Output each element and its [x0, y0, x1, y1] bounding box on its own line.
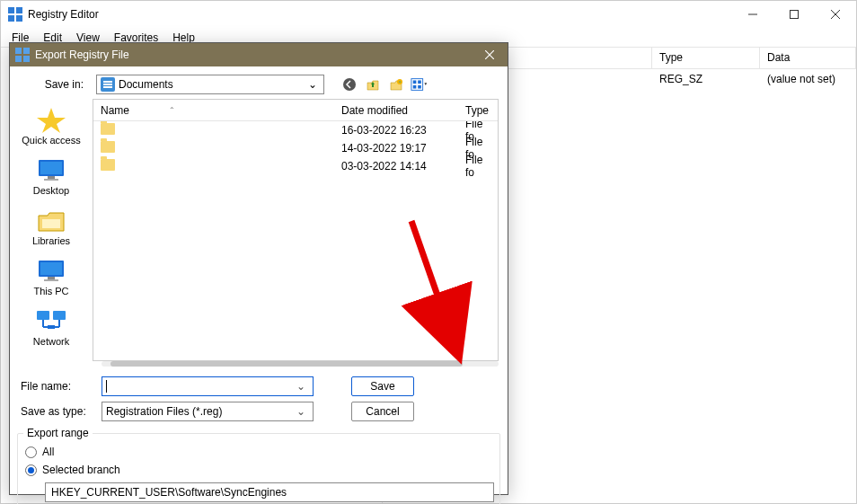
place-this-pc[interactable]: This PC — [15, 253, 87, 304]
svg-rect-19 — [418, 80, 421, 84]
minimize-button[interactable] — [732, 1, 773, 28]
cell-type: REG_SZ — [652, 69, 760, 89]
svg-rect-9 — [23, 48, 30, 54]
place-libraries[interactable]: Libraries — [15, 203, 87, 253]
list-item[interactable]: 14-03-2022 19:17 File fo — [93, 139, 498, 157]
places-bar: Quick access Desktop Libraries This PC N… — [10, 99, 93, 361]
libraries-icon — [35, 207, 67, 234]
svg-rect-8 — [15, 48, 22, 54]
place-quick-access[interactable]: Quick access — [15, 102, 87, 153]
maximize-button[interactable] — [773, 1, 815, 28]
cell-data: (value not set) — [760, 69, 856, 89]
svg-rect-31 — [44, 279, 58, 281]
svg-rect-11 — [23, 56, 30, 62]
svg-rect-10 — [15, 56, 22, 62]
list-item[interactable]: 16-03-2022 16:23 File fo — [93, 121, 498, 139]
this-pc-icon — [35, 257, 67, 284]
folder-icon — [101, 123, 115, 135]
save-in-value: Documents — [119, 78, 305, 91]
dialog-close-button[interactable] — [472, 43, 508, 66]
dialog-titlebar[interactable]: Export Registry File — [10, 43, 508, 66]
new-folder-icon[interactable]: ✦ — [387, 75, 405, 93]
svg-rect-5 — [791, 11, 799, 19]
filename-label: File name: — [19, 380, 102, 393]
back-icon[interactable] — [340, 75, 358, 93]
radio-icon — [25, 447, 37, 458]
view-menu-icon[interactable] — [411, 75, 428, 93]
radio-selected-branch[interactable]: Selected branch — [25, 461, 492, 479]
desktop-icon — [35, 156, 67, 183]
export-dialog: Export Registry File Save in: Documents … — [9, 42, 508, 495]
col-date-header[interactable]: Date modified — [334, 100, 458, 120]
radio-all[interactable]: All — [25, 443, 492, 461]
place-network[interactable]: Network — [15, 304, 87, 354]
col-name-header[interactable]: Name⌃ — [93, 100, 334, 120]
svg-rect-30 — [48, 277, 55, 279]
svg-rect-0 — [8, 7, 14, 13]
svg-rect-32 — [37, 311, 49, 320]
branch-path-input[interactable] — [45, 482, 494, 502]
network-icon — [35, 307, 67, 334]
save-in-label: Save in: — [19, 78, 91, 91]
cancel-button[interactable]: Cancel — [351, 402, 414, 421]
chevron-down-icon: ⌄ — [293, 405, 309, 418]
saveas-label: Save as type: — [19, 405, 102, 418]
svg-rect-1 — [16, 7, 22, 13]
svg-rect-21 — [418, 85, 421, 89]
filename-input[interactable]: ⌄ — [102, 376, 314, 396]
svg-rect-18 — [413, 80, 417, 84]
export-range-group: Export range All Selected branch — [17, 433, 500, 504]
save-in-combo[interactable]: Documents ⌄ — [96, 75, 324, 94]
svg-rect-29 — [40, 262, 62, 275]
svg-marker-22 — [37, 108, 66, 133]
chevron-down-icon[interactable]: ⌄ — [293, 380, 309, 393]
list-item[interactable]: 03-03-2022 14:14 File fo — [93, 157, 498, 175]
regedit-icon — [15, 48, 30, 62]
export-range-legend: Export range — [23, 427, 93, 439]
save-button[interactable]: Save — [351, 376, 414, 396]
place-desktop[interactable]: Desktop — [15, 153, 87, 203]
folder-icon — [101, 159, 115, 171]
star-icon — [35, 106, 67, 133]
svg-rect-24 — [40, 162, 62, 174]
app-title: Registry Editor — [28, 8, 732, 21]
main-titlebar[interactable]: Registry Editor — [1, 1, 856, 28]
chevron-down-icon: ⌄ — [305, 78, 320, 91]
saveas-type-combo[interactable]: Registration Files (*.reg) ⌄ — [102, 402, 314, 421]
col-type-header[interactable]: Type — [458, 100, 498, 120]
dialog-title: Export Registry File — [35, 49, 472, 61]
svg-point-14 — [343, 78, 356, 91]
close-button[interactable] — [815, 1, 856, 28]
col-data-header[interactable]: Data — [760, 48, 856, 68]
up-one-level-icon[interactable] — [364, 75, 382, 93]
svg-rect-25 — [48, 176, 55, 179]
svg-rect-26 — [44, 179, 58, 181]
svg-rect-20 — [413, 85, 417, 89]
svg-rect-33 — [53, 311, 66, 320]
folder-icon — [101, 141, 115, 153]
radio-icon — [25, 464, 37, 476]
regedit-icon — [8, 7, 22, 22]
file-list[interactable]: Name⌃ Date modified Type 16-03-2022 16:2… — [93, 99, 499, 361]
svg-rect-27 — [42, 219, 60, 228]
documents-icon — [101, 77, 115, 92]
horizontal-scrollbar[interactable] — [102, 361, 499, 367]
svg-text:✦: ✦ — [398, 79, 402, 84]
svg-rect-3 — [16, 15, 22, 22]
svg-rect-2 — [8, 15, 14, 22]
sort-caret-icon: ⌃ — [169, 106, 175, 114]
col-type-header[interactable]: Type — [652, 48, 760, 68]
